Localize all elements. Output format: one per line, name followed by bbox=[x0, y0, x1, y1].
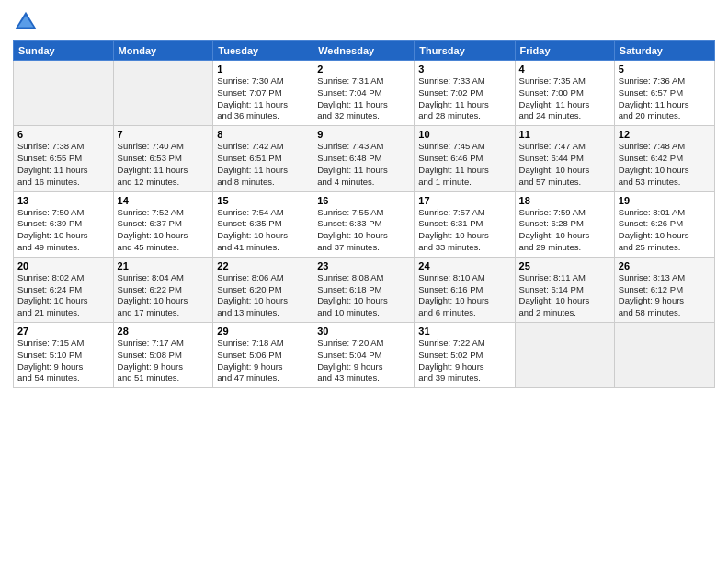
col-wednesday: Wednesday bbox=[313, 41, 415, 61]
header bbox=[13, 9, 715, 35]
calendar-cell: 8Sunrise: 7:42 AMSunset: 6:51 PMDaylight… bbox=[213, 126, 313, 191]
calendar-cell: 24Sunrise: 8:10 AMSunset: 6:16 PMDayligh… bbox=[415, 257, 515, 322]
day-number: 24 bbox=[418, 260, 510, 271]
day-detail: Sunrise: 8:04 AMSunset: 6:22 PMDaylight:… bbox=[118, 272, 210, 319]
day-number: 9 bbox=[317, 129, 410, 140]
day-detail: Sunrise: 8:10 AMSunset: 6:16 PMDaylight:… bbox=[418, 272, 510, 319]
calendar-cell: 29Sunrise: 7:18 AMSunset: 5:06 PMDayligh… bbox=[213, 323, 313, 388]
day-detail: Sunrise: 7:22 AMSunset: 5:02 PMDaylight:… bbox=[418, 338, 510, 385]
day-number: 5 bbox=[619, 63, 711, 75]
calendar-cell: 18Sunrise: 7:59 AMSunset: 6:28 PMDayligh… bbox=[515, 191, 614, 257]
col-monday: Monday bbox=[113, 41, 213, 61]
calendar-cell bbox=[515, 323, 614, 388]
day-number: 16 bbox=[317, 195, 410, 206]
day-detail: Sunrise: 8:01 AMSunset: 6:26 PMDaylight:… bbox=[619, 207, 711, 254]
day-number: 10 bbox=[418, 129, 510, 140]
day-number: 28 bbox=[118, 326, 210, 337]
col-tuesday: Tuesday bbox=[213, 41, 313, 61]
day-number: 26 bbox=[619, 260, 711, 271]
calendar-cell: 15Sunrise: 7:54 AMSunset: 6:35 PMDayligh… bbox=[213, 191, 313, 257]
day-detail: Sunrise: 7:30 AMSunset: 7:07 PMDaylight:… bbox=[217, 75, 309, 122]
day-number: 11 bbox=[519, 129, 610, 140]
day-detail: Sunrise: 8:06 AMSunset: 6:20 PMDaylight:… bbox=[217, 272, 309, 319]
calendar-cell: 12Sunrise: 7:48 AMSunset: 6:42 PMDayligh… bbox=[614, 126, 714, 191]
day-number: 14 bbox=[118, 195, 210, 206]
calendar-cell: 7Sunrise: 7:40 AMSunset: 6:53 PMDaylight… bbox=[113, 126, 213, 191]
day-detail: Sunrise: 7:59 AMSunset: 6:28 PMDaylight:… bbox=[519, 207, 610, 254]
day-number: 7 bbox=[118, 129, 210, 140]
day-detail: Sunrise: 8:11 AMSunset: 6:14 PMDaylight:… bbox=[519, 272, 610, 319]
calendar-cell: 17Sunrise: 7:57 AMSunset: 6:31 PMDayligh… bbox=[415, 191, 515, 257]
day-detail: Sunrise: 7:31 AMSunset: 7:04 PMDaylight:… bbox=[317, 75, 410, 122]
calendar-cell: 19Sunrise: 8:01 AMSunset: 6:26 PMDayligh… bbox=[614, 191, 714, 257]
day-detail: Sunrise: 7:43 AMSunset: 6:48 PMDaylight:… bbox=[317, 141, 410, 188]
day-number: 2 bbox=[317, 63, 410, 75]
day-detail: Sunrise: 8:02 AMSunset: 6:24 PMDaylight:… bbox=[17, 272, 109, 319]
day-detail: Sunrise: 7:55 AMSunset: 6:33 PMDaylight:… bbox=[317, 207, 410, 254]
calendar-cell: 6Sunrise: 7:38 AMSunset: 6:55 PMDaylight… bbox=[14, 126, 114, 191]
calendar-cell: 31Sunrise: 7:22 AMSunset: 5:02 PMDayligh… bbox=[415, 323, 515, 388]
day-detail: Sunrise: 7:47 AMSunset: 6:44 PMDaylight:… bbox=[519, 141, 610, 188]
calendar-cell: 9Sunrise: 7:43 AMSunset: 6:48 PMDaylight… bbox=[313, 126, 415, 191]
day-number: 1 bbox=[217, 63, 309, 75]
day-number: 29 bbox=[217, 326, 309, 337]
calendar-cell: 5Sunrise: 7:36 AMSunset: 6:57 PMDaylight… bbox=[614, 61, 714, 126]
day-number: 27 bbox=[17, 326, 109, 337]
day-detail: Sunrise: 7:20 AMSunset: 5:04 PMDaylight:… bbox=[317, 338, 410, 385]
calendar-cell: 1Sunrise: 7:30 AMSunset: 7:07 PMDaylight… bbox=[213, 61, 313, 126]
calendar-cell: 23Sunrise: 8:08 AMSunset: 6:18 PMDayligh… bbox=[313, 257, 415, 322]
calendar-cell: 27Sunrise: 7:15 AMSunset: 5:10 PMDayligh… bbox=[14, 323, 114, 388]
day-number: 20 bbox=[17, 260, 109, 271]
day-detail: Sunrise: 7:35 AMSunset: 7:00 PMDaylight:… bbox=[519, 75, 610, 122]
col-sunday: Sunday bbox=[14, 41, 114, 61]
calendar-header-row: Sunday Monday Tuesday Wednesday Thursday… bbox=[14, 41, 715, 61]
day-number: 12 bbox=[619, 129, 711, 140]
calendar-cell: 4Sunrise: 7:35 AMSunset: 7:00 PMDaylight… bbox=[515, 61, 614, 126]
day-detail: Sunrise: 8:08 AMSunset: 6:18 PMDaylight:… bbox=[317, 272, 410, 319]
day-number: 8 bbox=[217, 129, 309, 140]
calendar-week-row: 13Sunrise: 7:50 AMSunset: 6:39 PMDayligh… bbox=[14, 191, 715, 257]
day-number: 15 bbox=[217, 195, 309, 206]
day-detail: Sunrise: 7:18 AMSunset: 5:06 PMDaylight:… bbox=[217, 338, 309, 385]
col-saturday: Saturday bbox=[614, 41, 714, 61]
calendar-cell: 11Sunrise: 7:47 AMSunset: 6:44 PMDayligh… bbox=[515, 126, 614, 191]
day-number: 21 bbox=[118, 260, 210, 271]
day-detail: Sunrise: 7:15 AMSunset: 5:10 PMDaylight:… bbox=[17, 338, 109, 385]
calendar-cell: 14Sunrise: 7:52 AMSunset: 6:37 PMDayligh… bbox=[113, 191, 213, 257]
col-thursday: Thursday bbox=[415, 41, 515, 61]
day-detail: Sunrise: 7:50 AMSunset: 6:39 PMDaylight:… bbox=[17, 207, 109, 254]
day-number: 3 bbox=[418, 63, 510, 75]
calendar-table: Sunday Monday Tuesday Wednesday Thursday… bbox=[13, 40, 715, 388]
day-number: 22 bbox=[217, 260, 309, 271]
day-number: 25 bbox=[519, 260, 610, 271]
col-friday: Friday bbox=[515, 41, 614, 61]
calendar-cell: 25Sunrise: 8:11 AMSunset: 6:14 PMDayligh… bbox=[515, 257, 614, 322]
day-number: 4 bbox=[519, 63, 610, 75]
calendar-week-row: 20Sunrise: 8:02 AMSunset: 6:24 PMDayligh… bbox=[14, 257, 715, 322]
calendar-cell: 26Sunrise: 8:13 AMSunset: 6:12 PMDayligh… bbox=[614, 257, 714, 322]
day-number: 31 bbox=[418, 326, 510, 337]
day-number: 19 bbox=[619, 195, 711, 206]
calendar-cell: 20Sunrise: 8:02 AMSunset: 6:24 PMDayligh… bbox=[14, 257, 114, 322]
day-detail: Sunrise: 7:57 AMSunset: 6:31 PMDaylight:… bbox=[418, 207, 510, 254]
calendar-cell: 16Sunrise: 7:55 AMSunset: 6:33 PMDayligh… bbox=[313, 191, 415, 257]
day-number: 17 bbox=[418, 195, 510, 206]
page: Sunday Monday Tuesday Wednesday Thursday… bbox=[0, 0, 728, 563]
day-detail: Sunrise: 7:52 AMSunset: 6:37 PMDaylight:… bbox=[118, 207, 210, 254]
day-number: 18 bbox=[519, 195, 610, 206]
calendar-cell bbox=[113, 61, 213, 126]
calendar-cell: 21Sunrise: 8:04 AMSunset: 6:22 PMDayligh… bbox=[113, 257, 213, 322]
day-detail: Sunrise: 7:38 AMSunset: 6:55 PMDaylight:… bbox=[17, 141, 109, 188]
calendar-week-row: 1Sunrise: 7:30 AMSunset: 7:07 PMDaylight… bbox=[14, 61, 715, 126]
calendar-cell: 3Sunrise: 7:33 AMSunset: 7:02 PMDaylight… bbox=[415, 61, 515, 126]
day-number: 30 bbox=[317, 326, 410, 337]
day-detail: Sunrise: 7:36 AMSunset: 6:57 PMDaylight:… bbox=[619, 75, 711, 122]
calendar-cell: 2Sunrise: 7:31 AMSunset: 7:04 PMDaylight… bbox=[313, 61, 415, 126]
day-number: 23 bbox=[317, 260, 410, 271]
day-detail: Sunrise: 7:40 AMSunset: 6:53 PMDaylight:… bbox=[118, 141, 210, 188]
day-detail: Sunrise: 7:17 AMSunset: 5:08 PMDaylight:… bbox=[118, 338, 210, 385]
calendar-cell: 30Sunrise: 7:20 AMSunset: 5:04 PMDayligh… bbox=[313, 323, 415, 388]
day-number: 6 bbox=[17, 129, 109, 140]
logo bbox=[13, 9, 42, 35]
calendar-cell: 10Sunrise: 7:45 AMSunset: 6:46 PMDayligh… bbox=[415, 126, 515, 191]
